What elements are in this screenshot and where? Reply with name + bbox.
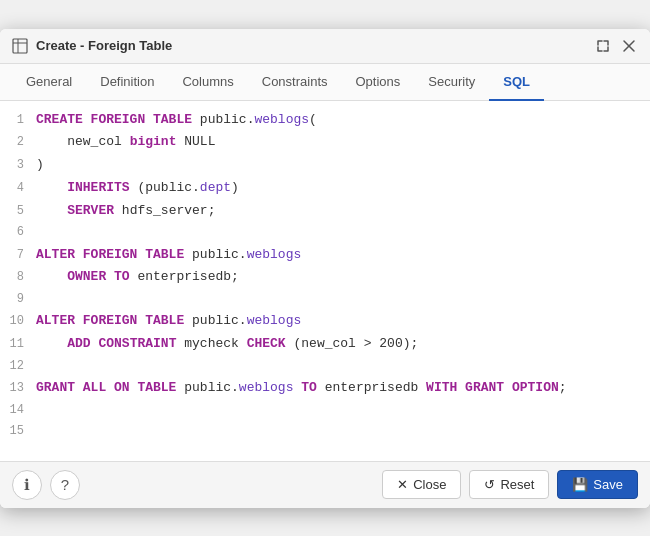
question-icon: ? — [61, 476, 69, 493]
line-content: ADD CONSTRAINT mycheck CHECK (new_col > … — [36, 334, 650, 355]
footer-left: ℹ ? — [12, 470, 80, 500]
line-number: 13 — [0, 379, 36, 398]
code-line: 7ALTER FOREIGN TABLE public.weblogs — [0, 244, 650, 267]
line-content: GRANT ALL ON TABLE public.weblogs TO ent… — [36, 378, 650, 399]
table-icon — [12, 38, 28, 54]
save-button[interactable]: 💾 Save — [557, 470, 638, 499]
line-content: ) — [36, 155, 650, 176]
line-number: 8 — [0, 268, 36, 287]
save-icon: 💾 — [572, 477, 588, 492]
line-content: ALTER FOREIGN TABLE public.weblogs — [36, 245, 650, 266]
footer-right: ✕ Close ↺ Reset 💾 Save — [382, 470, 638, 499]
tab-general[interactable]: General — [12, 64, 86, 101]
tab-sql[interactable]: SQL — [489, 64, 544, 101]
line-number: 3 — [0, 156, 36, 175]
line-number: 10 — [0, 312, 36, 331]
tab-options[interactable]: Options — [342, 64, 415, 101]
close-window-button[interactable] — [620, 37, 638, 55]
line-number: 9 — [0, 290, 36, 309]
svg-rect-0 — [13, 39, 27, 53]
tab-constraints[interactable]: Constraints — [248, 64, 342, 101]
code-line: 14 — [0, 400, 650, 421]
code-line: 10ALTER FOREIGN TABLE public.weblogs — [0, 310, 650, 333]
line-number: 11 — [0, 335, 36, 354]
line-number: 4 — [0, 179, 36, 198]
line-number: 12 — [0, 357, 36, 376]
line-number: 14 — [0, 401, 36, 420]
reset-button[interactable]: ↺ Reset — [469, 470, 549, 499]
close-x-icon: ✕ — [397, 477, 408, 492]
code-line: 2 new_col bigint NULL — [0, 131, 650, 154]
help-button[interactable]: ? — [50, 470, 80, 500]
code-line: 3) — [0, 154, 650, 177]
line-content: SERVER hdfs_server; — [36, 201, 650, 222]
line-number: 15 — [0, 422, 36, 441]
expand-button[interactable] — [594, 37, 612, 55]
dialog-window: Create - Foreign Table General Definitio… — [0, 29, 650, 508]
code-line: 8 OWNER TO enterprisedb; — [0, 266, 650, 289]
line-content: INHERITS (public.dept) — [36, 178, 650, 199]
code-line: 15 — [0, 421, 650, 442]
close-button[interactable]: ✕ Close — [382, 470, 461, 499]
line-content: new_col bigint NULL — [36, 132, 650, 153]
line-content: OWNER TO enterprisedb; — [36, 267, 650, 288]
line-content: CREATE FOREIGN TABLE public.weblogs( — [36, 110, 650, 131]
tab-definition[interactable]: Definition — [86, 64, 168, 101]
code-line: 13GRANT ALL ON TABLE public.weblogs TO e… — [0, 377, 650, 400]
code-line: 1CREATE FOREIGN TABLE public.weblogs( — [0, 109, 650, 132]
line-number: 5 — [0, 202, 36, 221]
code-line: 5 SERVER hdfs_server; — [0, 200, 650, 223]
dialog-title: Create - Foreign Table — [36, 38, 172, 53]
code-line: 4 INHERITS (public.dept) — [0, 177, 650, 200]
line-number: 1 — [0, 111, 36, 130]
tab-columns[interactable]: Columns — [168, 64, 247, 101]
expand-icon — [596, 39, 610, 53]
line-number: 7 — [0, 246, 36, 265]
reset-icon: ↺ — [484, 477, 495, 492]
line-number: 2 — [0, 133, 36, 152]
title-bar: Create - Foreign Table — [0, 29, 650, 64]
footer: ℹ ? ✕ Close ↺ Reset 💾 Save — [0, 461, 650, 508]
info-button[interactable]: ℹ — [12, 470, 42, 500]
title-bar-left: Create - Foreign Table — [12, 38, 172, 54]
close-icon — [622, 39, 636, 53]
line-content: ALTER FOREIGN TABLE public.weblogs — [36, 311, 650, 332]
tabs-bar: General Definition Columns Constraints O… — [0, 64, 650, 101]
line-number: 6 — [0, 223, 36, 242]
code-line: 11 ADD CONSTRAINT mycheck CHECK (new_col… — [0, 333, 650, 356]
tab-security[interactable]: Security — [414, 64, 489, 101]
title-bar-right — [594, 37, 638, 55]
code-line: 6 — [0, 222, 650, 243]
sql-editor: 1CREATE FOREIGN TABLE public.weblogs(2 n… — [0, 101, 650, 461]
info-icon: ℹ — [24, 476, 30, 494]
code-line: 9 — [0, 289, 650, 310]
code-line: 12 — [0, 356, 650, 377]
